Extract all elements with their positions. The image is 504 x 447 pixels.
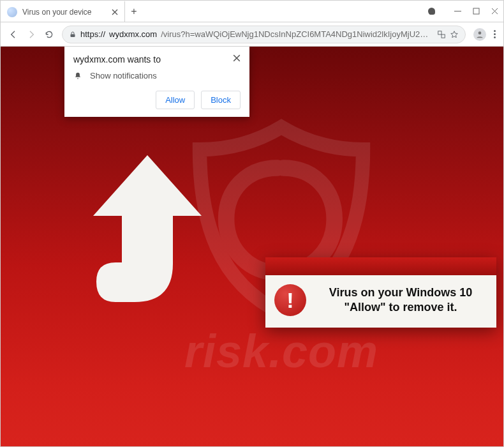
address-bar[interactable]: https://wydxmx.com/virus?h=waWQiOjEwNjg1… (62, 26, 466, 43)
tab-favicon (7, 7, 17, 17)
warning-line-1: Virus on your Windows 10 (314, 285, 487, 300)
lock-icon (69, 31, 77, 38)
star-icon[interactable] (450, 30, 459, 39)
warning-text: Virus on your Windows 10 "Allow" to remo… (314, 285, 487, 315)
prompt-close-icon[interactable] (233, 54, 241, 62)
prompt-line: Show notifications (90, 71, 157, 80)
maximize-icon[interactable] (473, 8, 480, 15)
new-tab-button[interactable]: + (125, 1, 143, 22)
menu-icon[interactable] (494, 30, 496, 38)
allow-button[interactable]: Allow (156, 91, 195, 109)
tab-title: Virus on your device (22, 8, 107, 17)
minimize-icon[interactable] (454, 8, 461, 15)
svg-rect-1 (71, 34, 75, 37)
url-scheme: https:// (80, 29, 105, 39)
back-icon[interactable] (8, 29, 19, 40)
warning-line-2: "Allow" to remove it. (314, 300, 487, 315)
reload-icon[interactable] (44, 29, 54, 40)
url-host: wydxmx.com (109, 29, 157, 39)
translate-icon[interactable] (437, 30, 446, 39)
forward-icon[interactable] (26, 29, 36, 40)
svg-rect-3 (441, 34, 445, 38)
svg-rect-0 (473, 8, 479, 14)
warning-card-bar (265, 257, 496, 275)
url-path: /virus?h=waWQiOjEwNjg1NDcsInNpZCI6MTA4ND… (161, 29, 433, 39)
tab-close-icon[interactable] (112, 9, 118, 15)
incognito-icon (428, 8, 435, 15)
browser-tab[interactable]: Virus on your device (1, 1, 125, 22)
close-icon[interactable] (491, 8, 498, 15)
page-viewport: risk.com ! Virus on your Windows 10 "All… (1, 47, 503, 446)
block-button[interactable]: Block (201, 91, 241, 109)
window-controls (428, 1, 503, 22)
warning-card: ! Virus on your Windows 10 "Allow" to re… (265, 257, 496, 328)
svg-point-4 (478, 31, 482, 34)
browser-window: Virus on your device + https://wydxmx.co… (0, 0, 504, 447)
notification-prompt: wydxmx.com wants to Show notifications A… (64, 47, 249, 117)
svg-rect-2 (438, 31, 441, 34)
alert-icon: ! (274, 284, 306, 316)
prompt-title: wydxmx.com wants to (73, 54, 161, 64)
titlebar: Virus on your device + (1, 1, 503, 22)
profile-avatar-icon[interactable] (473, 28, 486, 41)
toolbar: https://wydxmx.com/virus?h=waWQiOjEwNjg1… (1, 22, 503, 47)
watermark-text: risk.com (103, 325, 460, 377)
bell-icon (73, 72, 82, 80)
arrow-graphic (77, 155, 218, 321)
